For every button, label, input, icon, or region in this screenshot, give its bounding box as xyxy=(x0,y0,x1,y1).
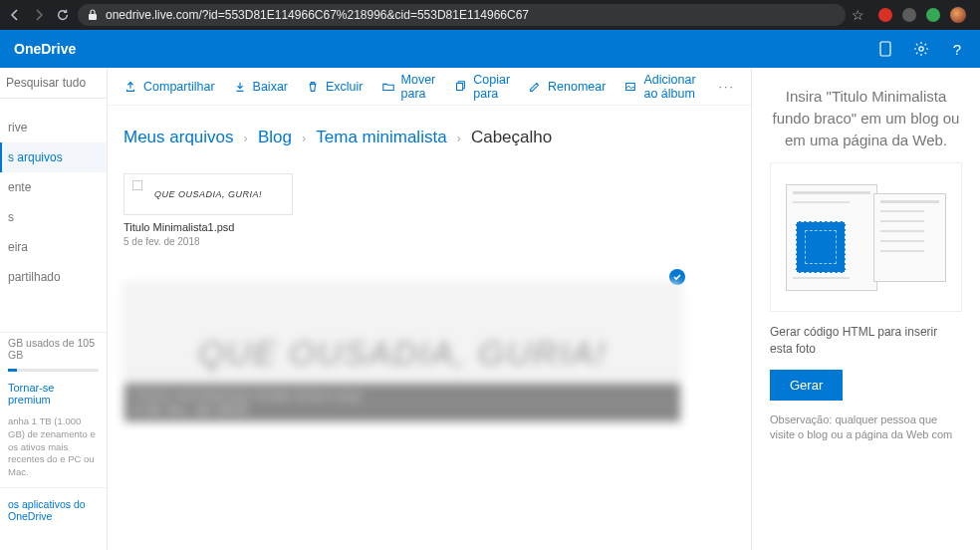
command-bar: Compartilhar Baixar Excluir Mover para C… xyxy=(108,68,751,106)
album-icon xyxy=(623,80,637,94)
share-icon xyxy=(123,80,137,94)
rename-icon xyxy=(528,80,542,94)
storage-text: GB usados de 105 GB xyxy=(0,332,107,365)
file-name: Titulo minimalista fundo braco.png xyxy=(134,390,670,402)
delete-icon xyxy=(306,80,320,94)
app-download-link[interactable]: os aplicativos do OneDrive xyxy=(0,492,107,528)
extension-icon[interactable] xyxy=(926,8,940,22)
sidebar-item[interactable]: ente xyxy=(0,172,107,202)
svg-rect-1 xyxy=(880,42,890,56)
breadcrumb: Meus arquivos › Blog › Tema minimalista … xyxy=(123,128,735,147)
embed-diagram xyxy=(770,162,962,312)
back-icon[interactable] xyxy=(6,6,24,24)
embed-helper: Gerar código HTML para inserir esta foto xyxy=(770,324,962,358)
sidebar: Pesquisar tudo rive s arquivos ente s ei… xyxy=(0,68,108,550)
file-thumbnail-large: QUE OUSADIA, GURIA! Titulo minimalista f… xyxy=(123,283,681,422)
delete-button[interactable]: Excluir xyxy=(306,80,364,94)
reload-icon[interactable] xyxy=(54,6,72,24)
svg-rect-0 xyxy=(89,14,97,20)
help-icon[interactable]: ? xyxy=(948,40,966,58)
breadcrumb-item[interactable]: Meus arquivos xyxy=(123,128,234,147)
toolbar-label: Excluir xyxy=(326,80,364,94)
svg-point-2 xyxy=(919,47,923,51)
addalbum-button[interactable]: Adicionar ao álbum xyxy=(623,73,700,101)
workspace: Meus arquivos › Blog › Tema minimalista … xyxy=(108,106,751,550)
sidebar-item[interactable]: eira xyxy=(0,232,107,262)
toolbar-label: Adicionar ao álbum xyxy=(643,73,700,101)
extension-icon[interactable] xyxy=(902,8,916,22)
file-date: 4 de fev. de 2018 xyxy=(134,404,670,415)
extensions xyxy=(870,7,974,23)
settings-gear-icon[interactable] xyxy=(912,40,930,58)
premium-note: anha 1 TB (1.000 GB) de zenamento e os a… xyxy=(0,412,107,483)
breadcrumb-item[interactable]: Blog xyxy=(258,128,292,147)
toolbar-label: Baixar xyxy=(253,80,288,94)
rename-button[interactable]: Renomear xyxy=(528,80,606,94)
thumbnail-text: QUE OUSADIA, GURIA! xyxy=(198,334,607,373)
url-text: onedrive.live.com/?id=553D81E114966C67%2… xyxy=(106,8,529,22)
sidebar-item[interactable]: s xyxy=(0,202,107,232)
sidebar-item-files[interactable]: s arquivos xyxy=(0,142,107,172)
app-header: OneDrive ? xyxy=(0,30,980,68)
moveto-button[interactable]: Mover para xyxy=(381,73,436,101)
search-input[interactable]: Pesquisar tudo xyxy=(0,68,107,99)
file-tile-selected[interactable]: QUE OUSADIA, GURIA! Titulo minimalista f… xyxy=(123,283,681,422)
lock-icon xyxy=(88,9,98,21)
checkbox-icon[interactable] xyxy=(132,180,142,190)
chevron-right-icon: › xyxy=(457,131,461,145)
breadcrumb-item-current: Cabeçalho xyxy=(471,128,552,147)
breadcrumb-item[interactable]: Tema minimalista xyxy=(316,128,446,147)
download-button[interactable]: Baixar xyxy=(233,80,288,94)
sidebar-item[interactable]: rive xyxy=(0,113,107,142)
mobile-icon[interactable] xyxy=(876,40,894,58)
sidebar-item[interactable]: partilhado xyxy=(0,262,107,292)
address-bar[interactable]: onedrive.live.com/?id=553D81E114966C67%2… xyxy=(78,4,846,26)
storage-bar xyxy=(8,369,99,372)
toolbar-label: Mover para xyxy=(401,73,436,101)
brand-logo[interactable]: OneDrive xyxy=(14,41,76,57)
copyto-button[interactable]: Copiar para xyxy=(453,73,510,101)
main-area: Compartilhar Baixar Excluir Mover para C… xyxy=(108,68,751,550)
profile-avatar[interactable] xyxy=(950,7,966,23)
thumbnail-text: QUE OUSADIA, GURIA! xyxy=(154,189,262,199)
file-thumbnail: QUE OUSADIA, GURIA! xyxy=(123,173,293,215)
generate-button[interactable]: Gerar xyxy=(770,370,843,401)
folder-move-icon xyxy=(381,80,395,94)
svg-rect-3 xyxy=(457,83,463,90)
share-button[interactable]: Compartilhar xyxy=(123,80,215,94)
file-name: Titulo Minimalista1.psd xyxy=(123,221,293,233)
toolbar-label: Copiar para xyxy=(473,73,510,101)
browser-chrome: onedrive.live.com/?id=553D81E114966C67%2… xyxy=(0,0,980,30)
file-tile[interactable]: QUE OUSADIA, GURIA! Titulo Minimalista1.… xyxy=(123,173,293,247)
copy-icon xyxy=(453,80,467,94)
toolbar-label: Compartilhar xyxy=(143,80,215,94)
details-panel: Insira "Titulo Minimalista fundo braco" … xyxy=(751,68,980,550)
embed-note: Observação: qualquer pessoa que visite o… xyxy=(770,412,962,443)
chevron-right-icon: › xyxy=(244,131,248,145)
chevron-right-icon: › xyxy=(302,131,306,145)
file-date: 5 de fev. de 2018 xyxy=(123,236,293,247)
bookmark-star-icon[interactable]: ☆ xyxy=(852,7,864,23)
embed-title: Insira "Titulo Minimalista fundo braco" … xyxy=(770,86,962,150)
more-button[interactable]: ··· xyxy=(719,80,735,94)
download-icon xyxy=(233,80,247,94)
toolbar-label: Renomear xyxy=(548,80,606,94)
forward-icon[interactable] xyxy=(30,6,48,24)
premium-link[interactable]: Tornar-se premium xyxy=(0,376,107,412)
extension-icon[interactable] xyxy=(878,8,892,22)
